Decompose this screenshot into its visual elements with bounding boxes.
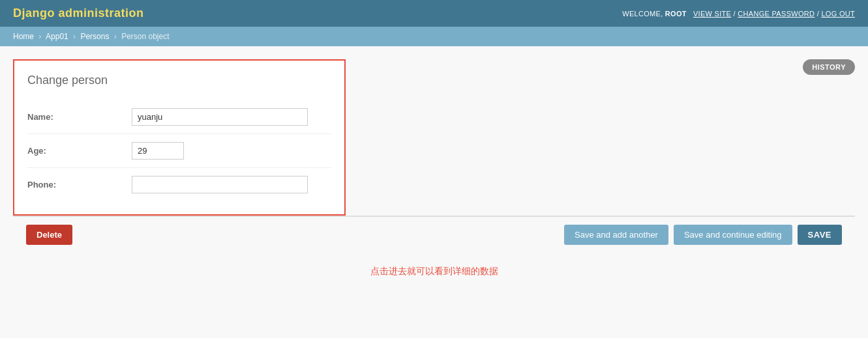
- view-site-link[interactable]: VIEW SITE: [693, 10, 731, 18]
- content-header: Change person Name: Age: Phone: HISTORY: [13, 59, 855, 216]
- username: ROOT: [665, 10, 687, 18]
- welcome-text: WELCOME,: [622, 10, 665, 18]
- form-row-name: Name:: [27, 100, 331, 134]
- breadcrumb-sep-1: ›: [38, 32, 41, 41]
- save-button[interactable]: SAVE: [798, 225, 842, 245]
- user-tools: WELCOME, ROOT VIEW SITE / CHANGE PASSWOR…: [622, 10, 855, 18]
- right-buttons: Save and add another Save and continue e…: [564, 225, 842, 245]
- main-content: Change person Name: Age: Phone: HISTORY …: [0, 46, 868, 303]
- breadcrumb-app[interactable]: App01: [46, 32, 68, 41]
- save-continue-button[interactable]: Save and continue editing: [674, 225, 792, 245]
- change-password-link[interactable]: CHANGE PASSWORD: [738, 10, 815, 18]
- delete-button[interactable]: Delete: [26, 225, 72, 245]
- name-label: Name:: [27, 112, 132, 122]
- breadcrumb: Home › App01 › Persons › Person object: [0, 27, 868, 46]
- site-brand: Django administration: [13, 7, 144, 20]
- phone-label: Phone:: [27, 180, 132, 190]
- breadcrumb-current: Person object: [121, 32, 169, 41]
- save-add-button[interactable]: Save and add another: [564, 225, 668, 245]
- form-title: Change person: [27, 74, 331, 87]
- change-form: Change person Name: Age: Phone:: [13, 59, 346, 216]
- breadcrumb-home[interactable]: Home: [13, 32, 34, 41]
- form-row-phone: Phone:: [27, 168, 331, 201]
- form-row-age: Age:: [27, 134, 331, 168]
- age-label: Age:: [27, 146, 132, 156]
- header: Django administration WELCOME, ROOT VIEW…: [0, 0, 868, 27]
- breadcrumb-sep-3: ›: [114, 32, 117, 41]
- name-input[interactable]: [132, 108, 308, 126]
- note-text: 点击进去就可以看到详细的数据: [13, 253, 855, 290]
- age-input[interactable]: [132, 142, 184, 160]
- log-out-link[interactable]: LOG OUT: [821, 10, 855, 18]
- breadcrumb-model[interactable]: Persons: [80, 32, 109, 41]
- phone-input[interactable]: [132, 176, 308, 193]
- submit-row: Delete Save and add another Save and con…: [13, 216, 855, 253]
- breadcrumb-sep-2: ›: [73, 32, 76, 41]
- history-button[interactable]: HISTORY: [803, 59, 855, 75]
